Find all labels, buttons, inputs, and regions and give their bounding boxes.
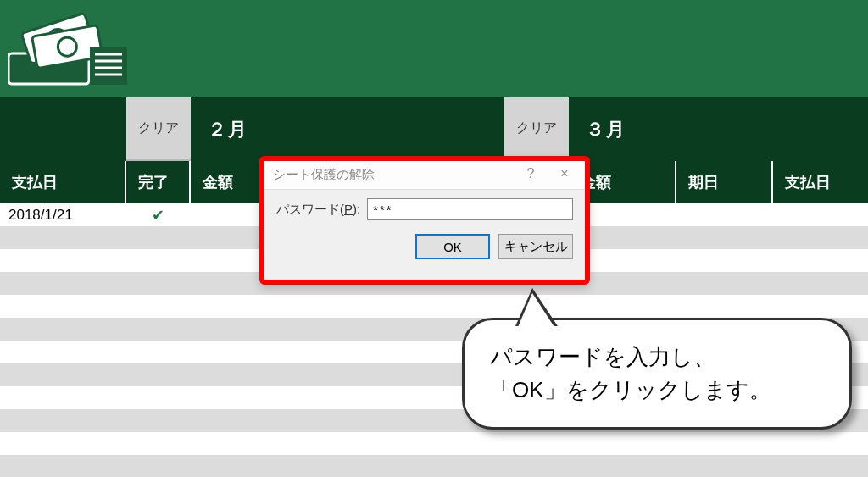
- money-bills-icon: [8, 7, 127, 87]
- month-label-mar: ３月: [569, 97, 868, 161]
- month-spacer: [0, 97, 126, 161]
- table-row[interactable]: [0, 432, 868, 455]
- cell-pay-date-3[interactable]: [773, 203, 868, 226]
- table-row[interactable]: [0, 295, 868, 318]
- col-pay-date-3: 支払日: [773, 161, 868, 203]
- dialog-close-icon[interactable]: ×: [548, 161, 581, 186]
- clear-button-feb[interactable]: クリア: [126, 97, 191, 161]
- month-row: クリア ２月 クリア ３月: [0, 97, 868, 161]
- dialog-title-text: シート保護の解除: [273, 167, 375, 183]
- col-due-2: 期日: [676, 161, 773, 203]
- cell-pay-date[interactable]: 2018/1/21: [0, 203, 126, 226]
- dialog-help-icon[interactable]: ?: [514, 161, 548, 186]
- password-input[interactable]: [367, 198, 573, 220]
- month-label-feb: ２月: [191, 97, 504, 161]
- clear-button-mar[interactable]: クリア: [504, 97, 569, 161]
- unprotect-sheet-dialog: シート保護の解除 ? × パスワード(P): OK キャンセル: [259, 156, 590, 285]
- cell-done-check-icon[interactable]: ✔: [126, 203, 191, 226]
- app-header: [0, 0, 868, 97]
- cancel-button[interactable]: キャンセル: [498, 234, 573, 259]
- col-done-1: 完了: [126, 161, 191, 203]
- dialog-titlebar: シート保護の解除 ? ×: [264, 161, 585, 190]
- dialog-body: パスワード(P):: [264, 190, 585, 229]
- receipt-lines-icon: [90, 47, 127, 85]
- cell-due-2[interactable]: [676, 203, 773, 226]
- dialog-button-row: OK キャンセル: [264, 229, 585, 268]
- table-row[interactable]: [0, 455, 868, 477]
- callout-text: パスワードを入力し、 「OK」をクリックします。: [490, 341, 824, 407]
- password-label: パスワード(P):: [276, 202, 360, 218]
- instruction-callout: パスワードを入力し、 「OK」をクリックします。: [462, 318, 852, 430]
- ok-button[interactable]: OK: [415, 234, 490, 259]
- col-pay-date-1: 支払日: [0, 161, 126, 203]
